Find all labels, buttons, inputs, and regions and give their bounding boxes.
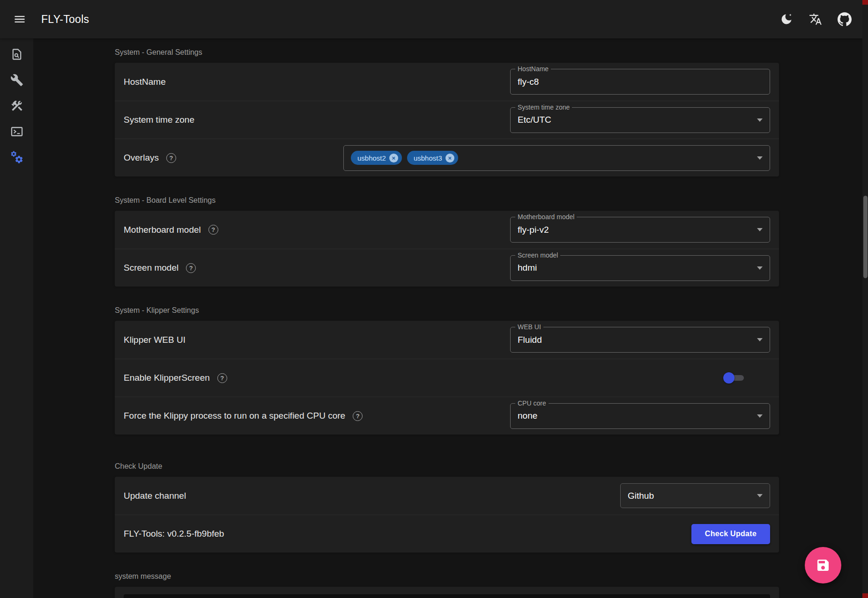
document-search-icon: [10, 48, 23, 61]
scroll-button-top[interactable]: [862, 0, 868, 5]
wrench-icon: [10, 74, 23, 87]
klipperscreen-toggle[interactable]: [723, 372, 746, 384]
save-icon: [816, 558, 831, 573]
check-update-button[interactable]: Check Update: [691, 524, 770, 544]
hostname-input[interactable]: [518, 77, 763, 87]
dropdown-arrow-icon: [757, 338, 763, 341]
channel-value: Github: [628, 491, 654, 501]
motherboard-value: fly-pi-v2: [518, 225, 549, 235]
setting-row-webui: Klipper WEB UI WEB UI Fluidd: [115, 321, 779, 359]
section-title-board: System - Board Level Settings: [115, 195, 779, 205]
webui-value: Fluidd: [518, 335, 542, 345]
app-title: FLY-Tools: [41, 13, 89, 26]
translate-icon: [809, 13, 822, 26]
sidebar-item-terminal[interactable]: [0, 118, 33, 144]
app-bar: FLY-Tools: [0, 0, 868, 38]
overlay-chip-usbhost2: usbhost2 ×: [351, 151, 402, 165]
dropdown-arrow-icon: [757, 266, 763, 270]
dropdown-arrow-icon: [757, 494, 763, 497]
menu-button[interactable]: [8, 8, 31, 30]
channel-label: Update channel: [124, 491, 186, 501]
help-icon[interactable]: ?: [217, 373, 227, 383]
overlay-chip-usbhost3: usbhost3 ×: [407, 151, 458, 165]
screen-field-label: Screen model: [515, 251, 560, 259]
dropdown-arrow-icon: [757, 414, 763, 418]
hostname-label: HostName: [124, 77, 166, 87]
hostname-field[interactable]: HostName: [510, 69, 770, 95]
help-icon[interactable]: ?: [208, 225, 218, 235]
construction-icon: [10, 99, 23, 112]
dropdown-arrow-icon: [757, 156, 763, 160]
setting-row-overlays: Overlays ? usbhost2 × usbhost3 ×: [115, 139, 779, 177]
scrollbar-thumb[interactable]: [863, 196, 868, 278]
chip-label: usbhost3: [414, 154, 442, 162]
setting-row-cpucore: Force the Klippy process to run on a spe…: [115, 397, 779, 435]
sidebar-item-tools[interactable]: [0, 67, 33, 93]
section-title-update: Check Update: [115, 461, 779, 471]
scrollbar[interactable]: [862, 0, 868, 598]
dark-mode-button[interactable]: [775, 8, 798, 30]
toggle-thumb: [723, 372, 734, 384]
sidebar-item-system-info[interactable]: [0, 41, 33, 67]
chip-remove-icon[interactable]: ×: [445, 154, 454, 162]
settings-page: System - General Settings HostName HostN…: [33, 38, 868, 598]
sidebar-item-maintenance[interactable]: [0, 93, 33, 118]
cpucore-label: Force the Klippy process to run on a spe…: [124, 411, 345, 421]
sidebar-item-settings[interactable]: [0, 144, 33, 170]
motherboard-field-label: Motherboard model: [515, 213, 577, 221]
overlays-label: Overlays: [124, 153, 159, 163]
timezone-label: System time zone: [124, 115, 194, 125]
screen-value: hdmi: [518, 263, 537, 273]
system-message-console: [124, 594, 770, 598]
system-message-card: [115, 587, 779, 598]
webui-field-label: WEB UI: [515, 323, 543, 331]
section-title-message: system message: [115, 571, 779, 581]
help-icon[interactable]: ?: [186, 263, 196, 273]
setting-row-channel: Update channel Github: [115, 477, 779, 515]
save-fab[interactable]: [805, 547, 841, 583]
translate-button[interactable]: [804, 8, 827, 30]
sidebar: [0, 38, 33, 598]
check-update-card: Update channel Github FLY-Tools: v0.2.5-…: [115, 477, 779, 553]
screen-label: Screen model: [124, 263, 178, 273]
hostname-field-label: HostName: [515, 65, 551, 73]
gears-icon: [10, 151, 23, 164]
appbar-actions: [775, 8, 856, 30]
github-icon: [838, 12, 852, 26]
github-button[interactable]: [833, 8, 856, 30]
dark-mode-icon: [780, 13, 793, 26]
section-title-general: System - General Settings: [115, 47, 779, 57]
klipper-settings-card: Klipper WEB UI WEB UI Fluidd Enable Klip…: [115, 321, 779, 435]
overlays-multiselect[interactable]: usbhost2 × usbhost3 ×: [343, 145, 770, 171]
menu-icon: [13, 13, 26, 26]
screen-select[interactable]: Screen model hdmi: [510, 255, 770, 281]
timezone-select[interactable]: System time zone Etc/UTC: [510, 107, 770, 133]
chip-label: usbhost2: [357, 154, 386, 162]
section-title-klipper: System - Klipper Settings: [115, 305, 779, 315]
cpucore-value: none: [518, 411, 537, 421]
chip-remove-icon[interactable]: ×: [389, 154, 398, 162]
general-settings-card: HostName HostName System time zone Syste…: [115, 63, 779, 177]
help-icon[interactable]: ?: [353, 411, 363, 421]
setting-row-version: FLY-Tools: v0.2.5-fb9bfeb Check Update: [115, 515, 779, 553]
timezone-field-label: System time zone: [515, 103, 572, 111]
scroll-button-bottom[interactable]: [862, 593, 868, 598]
motherboard-select[interactable]: Motherboard model fly-pi-v2: [510, 217, 770, 243]
cpucore-select[interactable]: CPU core none: [510, 403, 770, 429]
dropdown-arrow-icon: [757, 228, 763, 231]
help-icon[interactable]: ?: [166, 153, 176, 163]
terminal-icon: [10, 125, 23, 138]
setting-row-screen: Screen model ? Screen model hdmi: [115, 249, 779, 287]
cpucore-field-label: CPU core: [515, 399, 549, 407]
dropdown-arrow-icon: [757, 118, 763, 122]
webui-select[interactable]: WEB UI Fluidd: [510, 327, 770, 353]
motherboard-label: Motherboard model: [124, 225, 201, 235]
board-settings-card: Motherboard model ? Motherboard model fl…: [115, 211, 779, 287]
klipperscreen-label: Enable KlipperScreen: [124, 373, 210, 383]
timezone-value: Etc/UTC: [518, 115, 551, 125]
version-text: FLY-Tools: v0.2.5-fb9bfeb: [124, 529, 224, 539]
setting-row-motherboard: Motherboard model ? Motherboard model fl…: [115, 211, 779, 249]
update-channel-select[interactable]: Github: [620, 483, 770, 508]
webui-label: Klipper WEB UI: [124, 335, 185, 345]
setting-row-timezone: System time zone System time zone Etc/UT…: [115, 101, 779, 139]
